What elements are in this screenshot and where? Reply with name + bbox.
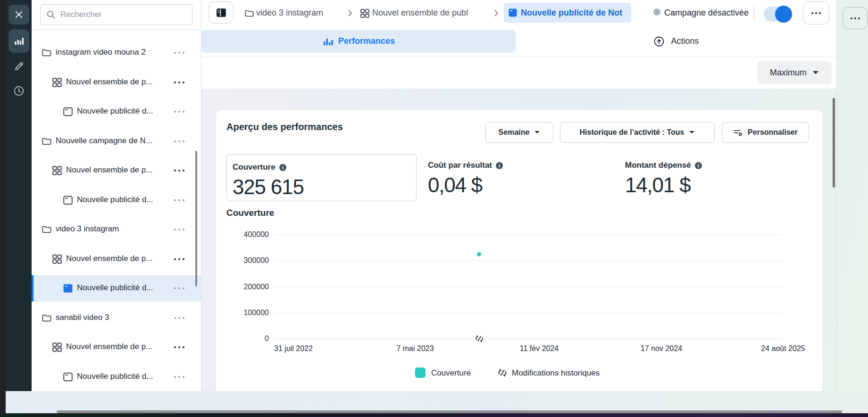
legend-couverture-swatch[interactable]	[415, 368, 426, 378]
adset-icon	[360, 8, 370, 18]
nav-edit-button[interactable]	[8, 57, 29, 75]
nav-history-button[interactable]	[8, 82, 29, 100]
metric-couverture[interactable]: Couverture 325 615	[226, 154, 417, 201]
row-menu-button[interactable]	[173, 168, 185, 173]
tree-row-adset[interactable]: Nouvel ensemble de p...	[32, 246, 201, 272]
search-box[interactable]	[40, 4, 192, 25]
search-input[interactable]	[60, 10, 186, 19]
breadcrumb-ad-active[interactable]: Nouvelle publicité de Not	[504, 3, 631, 23]
tree-row-label: Nouvel ensemble de p...	[66, 254, 152, 263]
y-tick-label: 200000	[216, 282, 269, 292]
legend-history-icon[interactable]	[497, 367, 508, 378]
campaign-icon	[42, 224, 52, 235]
row-menu-button[interactable]	[173, 316, 185, 320]
tree-row-campaign[interactable]: Nouvelle campagne de N...	[32, 128, 201, 155]
breadcrumb-campaign[interactable]: video 3 instagram	[256, 8, 323, 18]
metric-montant-depense[interactable]: Montant dépensé 14,01 $	[625, 161, 702, 197]
tree-row-label: Nouvel ensemble de p...	[66, 165, 152, 175]
more-options-button[interactable]	[803, 1, 829, 25]
tree-row-ad[interactable]: Nouvelle publicité d...	[32, 187, 201, 213]
tab-actions[interactable]: Actions	[516, 30, 836, 53]
adset-icon	[52, 254, 62, 264]
chart-data-point[interactable]	[477, 252, 481, 256]
row-menu-button[interactable]	[173, 139, 185, 144]
campaign-icon	[42, 48, 52, 58]
metric-cout-par-resultat[interactable]: Coût par résultat 0,04 $	[428, 161, 503, 197]
folder-icon	[244, 8, 254, 18]
week-dropdown[interactable]: Semaine	[485, 122, 553, 143]
tree-row-adset[interactable]: Nouvel ensemble de p...	[32, 334, 201, 360]
divider	[754, 6, 754, 20]
panel-more-options-button[interactable]	[843, 7, 868, 29]
breadcrumb-adset[interactable]: Nouvel ensemble de publ	[372, 8, 491, 18]
nav-performance-button[interactable]	[8, 29, 29, 53]
row-menu-button[interactable]	[173, 80, 185, 85]
row-menu-button[interactable]	[173, 345, 185, 350]
ad-icon	[63, 195, 73, 205]
x-tick-label: 17 nov 2024	[641, 344, 682, 353]
tree-row-label: Nouvelle publicité d...	[77, 195, 153, 204]
performance-chart-icon	[322, 36, 334, 47]
row-menu-button[interactable]	[173, 198, 185, 203]
gridline	[274, 261, 783, 261]
adset-icon	[52, 342, 62, 352]
tree-row-campaign[interactable]: video 3 instagram	[32, 216, 201, 243]
tree-row-label: Nouvelle publicité d...	[77, 106, 153, 116]
x-tick-label: 7 mai 2023	[396, 344, 434, 353]
x-tick-label: 31 juil 2022	[274, 344, 313, 353]
tree-row-ad[interactable]: Nouvelle publicité d...	[32, 364, 201, 390]
performance-overview-card: Aperçu des performances Semaine Historiq…	[216, 110, 822, 391]
bottom-strip	[6, 391, 868, 413]
tree-row-label: Nouvelle campagne de N...	[56, 136, 152, 146]
close-button[interactable]	[8, 5, 29, 25]
activity-history-dropdown[interactable]: Historique de l’activité : Tous	[560, 122, 715, 143]
adset-icon	[52, 77, 62, 88]
row-menu-button[interactable]	[173, 50, 185, 55]
tree-row-campaign[interactable]: sanabil video 3	[32, 305, 201, 331]
status-dot	[653, 8, 660, 16]
campaign-icon	[42, 313, 52, 323]
vertical-scrollbar[interactable]	[833, 98, 835, 188]
legend-couverture-label: Couverture	[431, 368, 471, 378]
info-icon[interactable]	[279, 164, 286, 171]
customize-icon	[733, 128, 743, 138]
caret-down-icon	[534, 131, 540, 134]
tree-row-campaign[interactable]: instagram video mouna 2	[32, 40, 201, 66]
tree-row-ad[interactable]: Nouvelle publicité d...	[32, 98, 201, 125]
legend-history-label: Modifications historiques	[512, 368, 600, 378]
sidebar-toggle-button[interactable]	[209, 1, 234, 24]
ad-icon	[63, 283, 73, 294]
row-menu-button[interactable]	[173, 227, 185, 232]
history-marker-icon[interactable]	[474, 334, 484, 344]
row-menu-button[interactable]	[173, 375, 185, 379]
info-icon[interactable]	[695, 162, 702, 169]
campaign-toggle[interactable]	[764, 7, 791, 22]
gridline	[274, 339, 783, 339]
row-menu-button[interactable]	[173, 109, 185, 114]
top-header: video 3 instagram Nouvel ensemble de pub…	[201, 0, 836, 89]
tree-row-adset[interactable]: Nouvel ensemble de p...	[32, 157, 201, 184]
caret-down-icon	[812, 71, 819, 75]
row-menu-button[interactable]	[173, 286, 185, 291]
tree-row-label: instagram video mouna 2	[56, 48, 146, 57]
y-tick-label: 0	[216, 334, 269, 343]
tree-scrollbar[interactable]	[195, 151, 197, 286]
ad-icon	[63, 106, 73, 117]
tree-row-label: sanabil video 3	[56, 313, 109, 322]
chart-y-axis: 4000003000002000001000000	[216, 235, 269, 339]
tab-performances[interactable]: Performances	[201, 30, 516, 53]
tree-row-label: Nouvelle publicité d...	[77, 283, 153, 293]
personalize-button[interactable]: Personnaliser	[722, 122, 809, 143]
info-icon[interactable]	[496, 162, 503, 169]
close-icon	[14, 9, 24, 20]
y-tick-label: 400000	[216, 230, 269, 239]
tree-row-ad-selected[interactable]: Nouvelle publicité d...	[32, 275, 201, 302]
tree-row-adset[interactable]: Nouvel ensemble de p...	[32, 69, 201, 96]
tree-row-label: Nouvel ensemble de p...	[66, 342, 152, 352]
ellipsis-icon	[850, 16, 860, 20]
card-title: Aperçu des performances	[226, 122, 343, 132]
gridline	[274, 287, 783, 287]
maximum-dropdown[interactable]: Maximum	[757, 61, 832, 84]
left-icon-rail	[6, 0, 32, 391]
row-menu-button[interactable]	[173, 257, 185, 262]
